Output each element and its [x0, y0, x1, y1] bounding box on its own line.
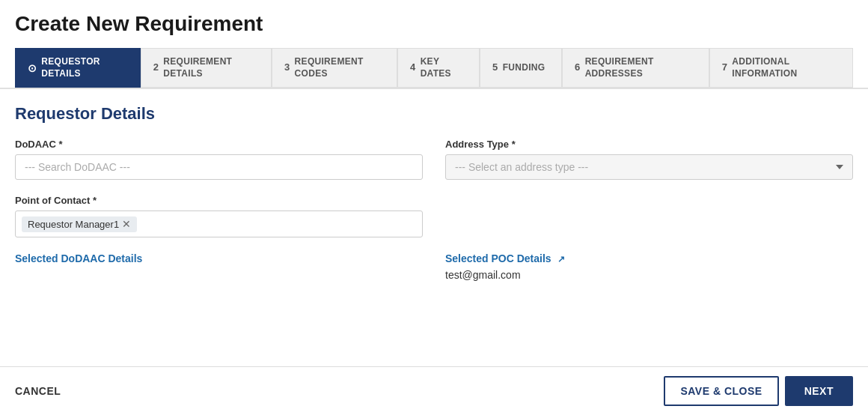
poc-spacer — [445, 195, 853, 237]
poc-email: test@gmail.com — [445, 269, 853, 281]
details-section: Selected DoDAAC Details Selected POC Det… — [15, 252, 853, 281]
footer-right-buttons: SAVE & CLOSE NEXT — [664, 376, 853, 406]
poc-tag-input[interactable]: Requestor Manager1 ✕ — [15, 210, 423, 237]
page-title: Create New Requirement — [15, 12, 853, 36]
poc-tag-close[interactable]: ✕ — [122, 219, 131, 229]
step-3-number: 3 — [284, 61, 290, 74]
next-button[interactable]: NEXT — [785, 376, 853, 406]
step-1-label: REQUESTOR DETAILS — [41, 56, 127, 79]
poc-label: Point of Contact — [15, 195, 423, 206]
save-close-button[interactable]: SAVE & CLOSE — [664, 376, 778, 406]
external-link-icon[interactable]: ↗ — [557, 254, 565, 264]
step-7-label: ADDITIONAL INFORMATION — [732, 56, 840, 79]
footer: CANCEL SAVE & CLOSE NEXT — [0, 366, 868, 415]
step-5-number: 5 — [492, 61, 498, 74]
step-7-additional-information[interactable]: 7 ADDITIONAL INFORMATION — [709, 48, 853, 88]
address-type-group: Address Type --- Select an address type … — [445, 139, 853, 180]
step-6-requirement-addresses[interactable]: 6 REQUIREMENT ADDRESSES — [562, 48, 709, 88]
form-row-1: DoDAAC Address Type --- Select an addres… — [15, 139, 853, 180]
address-type-label: Address Type — [445, 139, 853, 150]
step-4-label: KEY DATES — [421, 56, 467, 79]
step-5-funding[interactable]: 5 FUNDING — [480, 48, 562, 88]
dodaac-input[interactable] — [15, 154, 423, 180]
step-4-number: 4 — [410, 61, 416, 74]
poc-tag: Requestor Manager1 ✕ — [22, 216, 137, 232]
selected-poc-heading-text: Selected POC Details — [445, 252, 551, 264]
selected-poc-heading: Selected POC Details ↗ — [445, 252, 853, 264]
cancel-button[interactable]: CANCEL — [15, 385, 61, 397]
step-2-requirement-details[interactable]: 2 REQUIREMENT DETAILS — [141, 48, 272, 88]
step-6-label: REQUIREMENT ADDRESSES — [585, 56, 697, 79]
poc-details-col: Selected POC Details ↗ test@gmail.com — [445, 252, 853, 281]
step-3-label: REQUIREMENT CODES — [295, 56, 385, 79]
selected-dodaac-heading: Selected DoDAAC Details — [15, 252, 423, 264]
step-4-key-dates[interactable]: 4 KEY DATES — [397, 48, 480, 88]
section-title: Requestor Details — [15, 104, 853, 124]
step-3-requirement-codes[interactable]: 3 REQUIREMENT CODES — [272, 48, 397, 88]
step-1-icon: ⊙ — [28, 61, 37, 75]
form-row-2: Point of Contact Requestor Manager1 ✕ — [15, 195, 853, 237]
dodaac-label: DoDAAC — [15, 139, 423, 150]
main-content: Requestor Details DoDAAC Address Type --… — [0, 89, 868, 366]
step-6-number: 6 — [575, 61, 581, 74]
steps-navigation: ⊙ REQUESTOR DETAILS 2 REQUIREMENT DETAIL… — [15, 48, 853, 88]
address-type-select[interactable]: --- Select an address type --- — [445, 154, 853, 180]
step-7-number: 7 — [722, 61, 728, 74]
poc-group: Point of Contact Requestor Manager1 ✕ — [15, 195, 423, 237]
dodaac-details-col: Selected DoDAAC Details — [15, 252, 423, 281]
dodaac-group: DoDAAC — [15, 139, 423, 180]
poc-tag-label: Requestor Manager1 — [28, 219, 119, 230]
step-1-requestor-details[interactable]: ⊙ REQUESTOR DETAILS — [15, 48, 141, 88]
step-2-number: 2 — [153, 61, 159, 74]
step-2-label: REQUIREMENT DETAILS — [163, 56, 259, 79]
step-5-label: FUNDING — [503, 62, 545, 74]
